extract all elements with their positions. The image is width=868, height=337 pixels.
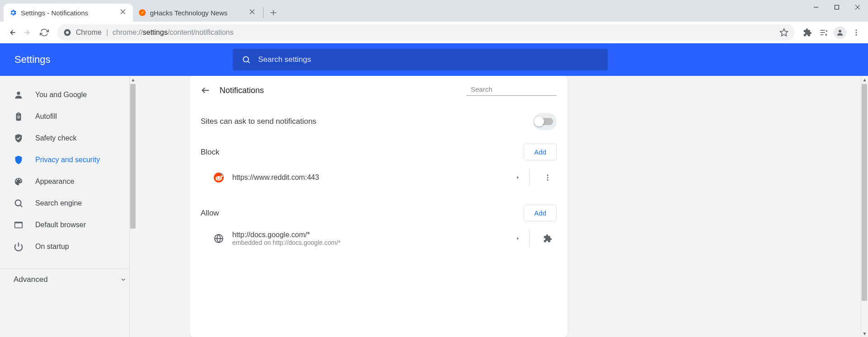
url-separator: | [106, 28, 108, 37]
close-window-button[interactable] [847, 0, 868, 14]
sidebar-item-label: On startup [35, 243, 69, 251]
svg-point-37 [221, 173, 222, 175]
sidebar-item-on-startup[interactable]: On startup [0, 236, 128, 257]
sidebar: You and Google Autofill Safety check Pri… [0, 76, 136, 337]
address-bar[interactable]: Chrome | chrome://settings/content/notif… [57, 24, 795, 41]
search-icon [14, 198, 23, 208]
sidebar-item-appearance[interactable]: Appearance [0, 171, 128, 192]
sidebar-item-search-engine[interactable]: Search engine [0, 192, 128, 214]
svg-line-27 [20, 205, 22, 207]
tab-ghacks[interactable]: gHacks Technology News [133, 4, 262, 22]
chrome-icon [63, 28, 71, 37]
scroll-up-icon[interactable]: ▲ [130, 76, 136, 83]
separator [529, 229, 530, 248]
page-title: Notifications [220, 86, 264, 95]
tab-settings[interactable]: Settings - Notifications [4, 4, 133, 22]
page-scrollbar[interactable]: ▲ ▼ [861, 76, 868, 337]
svg-point-19 [839, 30, 841, 33]
card-header: Notifications [190, 76, 568, 105]
sidebar-item-label: Autofill [35, 112, 57, 121]
sidebar-item-label: Default browser [35, 221, 86, 229]
scrollbar-thumb[interactable] [862, 84, 867, 301]
card-search-input[interactable] [471, 85, 557, 93]
avatar-icon [834, 26, 846, 39]
bookmark-star-icon[interactable] [779, 28, 788, 37]
close-tab-icon[interactable] [120, 9, 127, 16]
sidebar-advanced-label: Advanced [14, 275, 48, 284]
sidebar-item-safety-check[interactable]: Safety check [0, 127, 128, 149]
sidebar-item-privacy-security[interactable]: Privacy and security [0, 149, 128, 171]
url-text: chrome://settings/content/notifications [113, 28, 234, 37]
scrollbar-thumb[interactable] [130, 84, 136, 229]
power-icon [14, 242, 23, 252]
svg-point-22 [856, 34, 857, 35]
notifications-card: Notifications Sites can ask to send noti… [190, 76, 568, 337]
settings-header: Settings [0, 43, 868, 76]
gear-icon [9, 9, 17, 17]
svg-point-35 [220, 178, 221, 179]
content-area: Notifications Sites can ask to send noti… [136, 76, 868, 337]
chevron-right-icon[interactable] [516, 235, 520, 242]
block-label: Block [201, 148, 220, 157]
sidebar-item-default-browser[interactable]: Default browser [0, 214, 128, 236]
svg-point-25 [17, 92, 20, 95]
site-text: https://www.reddit.com:443 [232, 173, 319, 182]
scroll-down-icon[interactable]: ▼ [861, 330, 868, 337]
search-settings-field[interactable] [233, 49, 608, 70]
separator [529, 168, 530, 187]
block-section-header: Block Add [190, 138, 568, 164]
site-actions [516, 168, 557, 187]
reading-list-button[interactable] [816, 25, 831, 40]
tab-title: Settings - Notifications [21, 9, 117, 17]
settings-title: Settings [14, 54, 51, 66]
sidebar-advanced[interactable]: Advanced [0, 268, 136, 290]
ask-permission-toggle[interactable] [533, 113, 557, 130]
window-controls [806, 0, 868, 14]
tab-strip: Settings - Notifications gHacks Technolo… [0, 0, 868, 22]
search-icon [242, 55, 251, 64]
forward-button[interactable] [21, 25, 35, 40]
new-tab-button[interactable] [266, 5, 281, 20]
svg-point-20 [856, 29, 857, 31]
site-sub: embedded on http://docs.google.com/* [232, 239, 341, 246]
maximize-button[interactable] [826, 0, 847, 14]
svg-point-26 [15, 200, 21, 206]
block-site-row[interactable]: https://www.reddit.com:443 [190, 164, 568, 191]
allow-site-row[interactable]: http://docs.google.com/* embedded on htt… [190, 225, 568, 252]
ask-permission-row: Sites can ask to send notifications [190, 105, 568, 138]
back-arrow-button[interactable] [201, 85, 211, 95]
menu-button[interactable] [849, 25, 863, 40]
extensions-button[interactable] [800, 25, 815, 40]
more-vert-button[interactable] [539, 173, 557, 182]
svg-point-14 [66, 31, 69, 34]
toolbar: Chrome | chrome://settings/content/notif… [0, 22, 868, 43]
ask-permission-label: Sites can ask to send notifications [201, 117, 316, 126]
toggle-knob [534, 117, 544, 126]
site-text: http://docs.google.com/* embedded on htt… [232, 231, 341, 246]
sidebar-item-label: Privacy and security [35, 156, 100, 164]
svg-point-41 [547, 179, 549, 181]
minimize-button[interactable] [806, 0, 826, 14]
block-add-button[interactable]: Add [524, 144, 557, 160]
svg-line-24 [248, 61, 250, 63]
sidebar-item-you-and-google[interactable]: You and Google [0, 84, 128, 106]
svg-point-36 [221, 175, 223, 177]
sidebar-item-label: Safety check [35, 134, 77, 142]
svg-rect-1 [835, 5, 839, 9]
svg-point-34 [217, 178, 218, 179]
card-search-field[interactable] [466, 85, 557, 96]
sidebar-item-label: Search engine [35, 199, 82, 207]
extension-icon[interactable] [539, 234, 557, 243]
scroll-up-icon[interactable]: ▲ [861, 76, 868, 83]
profile-button[interactable] [833, 25, 847, 40]
sidebar-item-autofill[interactable]: Autofill [0, 106, 128, 127]
search-settings-input[interactable] [258, 55, 599, 64]
url-scheme-label: Chrome [76, 28, 102, 37]
reload-button[interactable] [37, 25, 52, 40]
close-tab-icon[interactable] [249, 9, 257, 16]
allow-label: Allow [201, 209, 219, 218]
chevron-right-icon[interactable] [516, 174, 520, 181]
sidebar-scrollbar[interactable]: ▲ [129, 76, 136, 337]
allow-add-button[interactable]: Add [524, 205, 557, 221]
back-button[interactable] [5, 25, 19, 40]
